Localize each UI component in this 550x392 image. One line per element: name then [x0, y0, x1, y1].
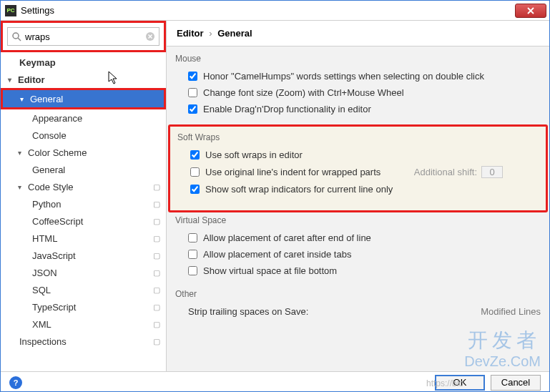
tree-item-json[interactable]: JSON▢	[1, 264, 166, 281]
footer: ? OK Cancel	[1, 371, 549, 392]
tree-item-html[interactable]: HTML▢	[1, 230, 166, 247]
tree-item-javascript[interactable]: JavaScript▢	[1, 247, 166, 264]
scheme-icon: ▢	[153, 337, 160, 346]
camelhumps-checkbox[interactable]	[188, 72, 197, 81]
scheme-icon: ▢	[153, 234, 160, 243]
close-button[interactable]	[515, 4, 546, 18]
breadcrumb: Editor › General	[167, 21, 549, 46]
caret-tabs-checkbox[interactable]	[188, 250, 197, 259]
scheme-icon: ▢	[153, 268, 160, 278]
svg-point-0	[13, 33, 19, 39]
app-icon: PC	[5, 5, 16, 16]
caret-eol-label: Allow placement of caret after end of li…	[203, 232, 371, 243]
chevron-right-icon: ›	[209, 28, 212, 39]
dnd-checkbox[interactable]	[188, 104, 197, 114]
scheme-icon: ▢	[153, 303, 160, 312]
left-pane: Keymap ▾Editor ▾General Appearance Conso…	[1, 21, 167, 371]
scheme-icon: ▢	[153, 182, 160, 192]
virtual-bottom-checkbox[interactable]	[188, 266, 197, 275]
soft-wraps-section: Soft Wraps Use soft wraps in editor Use …	[168, 124, 548, 212]
indicators-label: Show soft wrap indicators for current li…	[205, 184, 393, 195]
strip-label: Strip trailing spaces on Save:	[188, 306, 308, 317]
scheme-icon: ▢	[153, 320, 160, 329]
use-softwraps-checkbox[interactable]	[190, 150, 200, 160]
chevron-down-icon: ▾	[18, 149, 26, 157]
clear-search-icon[interactable]	[145, 31, 155, 44]
indicators-checkbox[interactable]	[190, 185, 200, 194]
use-softwraps-label: Use soft wraps in editor	[205, 150, 303, 160]
tree-item-appearance[interactable]: Appearance	[1, 109, 166, 127]
tree-item-xml[interactable]: XML▢	[1, 315, 166, 333]
tree-item-inspections[interactable]: Inspections▢	[1, 333, 166, 350]
search-input[interactable]	[7, 27, 159, 46]
virtual-bottom-label: Show virtual space at file bottom	[203, 265, 337, 276]
tree-item-python[interactable]: Python▢	[1, 195, 166, 212]
tree-item-editor[interactable]: ▾Editor	[1, 71, 166, 88]
tree-item-color-scheme[interactable]: ▾Color Scheme	[1, 144, 166, 161]
tree-item-keymap[interactable]: Keymap	[1, 54, 166, 71]
scheme-icon: ▢	[153, 285, 160, 295]
camelhumps-label: Honor "CamelHumps" words settings when s…	[203, 71, 484, 82]
orig-indent-checkbox[interactable]	[190, 167, 200, 177]
tree-item-cs-general[interactable]: General	[1, 161, 166, 178]
caret-tabs-label: Allow placement of caret inside tabs	[203, 249, 351, 260]
cancel-button[interactable]: Cancel	[491, 375, 541, 391]
shift-label: Additional shift:	[414, 167, 477, 177]
settings-tree: Keymap ▾Editor ▾General Appearance Conso…	[1, 52, 166, 371]
chevron-down-icon: ▾	[8, 76, 16, 84]
tree-item-code-style[interactable]: ▾Code Style▢	[1, 178, 166, 195]
tree-item-typescript[interactable]: TypeScript▢	[1, 298, 166, 315]
ok-button[interactable]: OK	[435, 375, 485, 391]
group-title-virtual: Virtual Space	[168, 212, 548, 228]
scheme-icon: ▢	[153, 217, 160, 226]
titlebar: PC Settings	[1, 1, 549, 21]
chevron-down-icon: ▾	[18, 183, 26, 191]
dnd-label: Enable Drag'n'Drop functionality in edit…	[203, 104, 371, 114]
group-title-mouse: Mouse	[168, 51, 548, 67]
chevron-down-icon: ▾	[20, 95, 29, 103]
tree-item-console[interactable]: Console	[1, 127, 166, 144]
shift-input	[481, 166, 503, 178]
help-icon[interactable]: ?	[9, 376, 22, 389]
caret-eol-checkbox[interactable]	[188, 233, 197, 242]
zoom-checkbox[interactable]	[188, 88, 197, 97]
tree-item-sql[interactable]: SQL▢	[1, 281, 166, 298]
scheme-icon: ▢	[153, 200, 160, 209]
search-icon	[11, 31, 21, 44]
orig-indent-label: Use original line's indent for wrapped p…	[205, 167, 380, 177]
right-pane: Editor › General Mouse Honor "CamelHumps…	[167, 21, 549, 371]
tree-item-general[interactable]: ▾General	[3, 90, 164, 107]
svg-line-1	[18, 38, 21, 41]
zoom-label: Change font size (Zoom) with Ctrl+Mouse …	[203, 87, 404, 98]
group-title-softwraps: Soft Wraps	[170, 129, 546, 145]
group-title-other: Other	[168, 286, 548, 302]
scheme-icon: ▢	[153, 251, 160, 260]
strip-value[interactable]: Modified Lines	[481, 306, 541, 317]
window-title: Settings	[21, 5, 515, 16]
tree-item-coffeescript[interactable]: CoffeeScript▢	[1, 212, 166, 230]
